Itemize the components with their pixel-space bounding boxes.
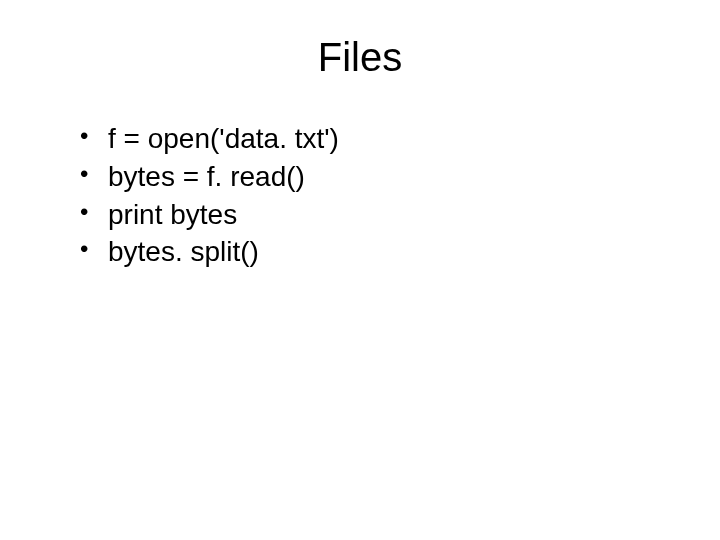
slide-title: Files (60, 35, 660, 80)
bullet-list: f = open('data. txt') bytes = f. read() … (60, 120, 660, 271)
list-item: f = open('data. txt') (80, 120, 660, 158)
list-item: bytes. split() (80, 233, 660, 271)
list-item: print bytes (80, 196, 660, 234)
slide-container: Files f = open('data. txt') bytes = f. r… (0, 0, 720, 540)
list-item: bytes = f. read() (80, 158, 660, 196)
